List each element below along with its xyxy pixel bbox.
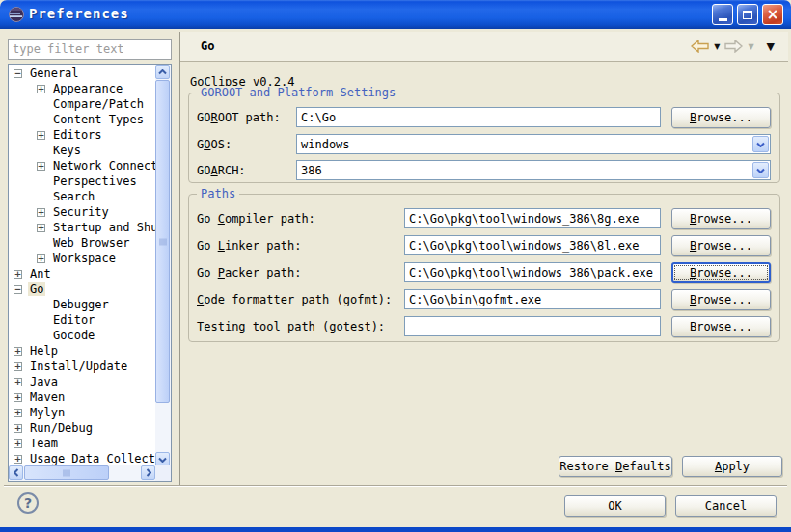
formatter-path-label: Code formatter path (gofmt): (197, 293, 392, 306)
tree-item-run-debug[interactable]: +Run/Debug (9, 420, 155, 436)
tree-item-workspace[interactable]: +Workspace (9, 251, 155, 266)
packer-browse-button[interactable]: Browse... (671, 262, 771, 283)
preferences-dialog: Preferences × −General +Appearance Compa… (0, 0, 791, 532)
title-bar[interactable]: Preferences × (0, 0, 791, 29)
tree-item-label: Help (28, 344, 60, 358)
dropdown-arrow-icon[interactable] (752, 162, 769, 178)
expand-icon[interactable]: + (14, 362, 22, 371)
tree-item-appearance[interactable]: +Appearance (9, 81, 155, 96)
linker-browse-button[interactable]: Browse... (671, 235, 771, 256)
apply-button[interactable]: Apply (682, 456, 782, 477)
tree-item-install-update[interactable]: +Install/Update (9, 359, 155, 374)
ok-button[interactable]: OK (564, 495, 666, 517)
goroot-browse-button[interactable]: Browse... (671, 107, 771, 128)
vertical-scroll-thumb[interactable] (155, 80, 170, 403)
tree-item-network-connections[interactable]: +Network Connect (9, 158, 155, 173)
help-icon[interactable]: ? (17, 492, 39, 514)
group-title: Paths (197, 187, 239, 200)
tree-item-label: Gocode (51, 329, 96, 342)
goos-select[interactable]: windows (296, 134, 771, 154)
scroll-left-icon[interactable] (9, 466, 23, 480)
forward-history-dropdown-icon[interactable]: ▼ (748, 42, 753, 51)
close-button[interactable]: × (762, 4, 783, 25)
dropdown-arrow-icon[interactable] (752, 136, 769, 152)
goarch-select[interactable]: 386 (296, 160, 771, 180)
expand-icon[interactable]: + (14, 270, 22, 279)
tree-item-label: Editor (51, 313, 96, 327)
tree-item-gocode[interactable]: Gocode (9, 328, 155, 343)
maximize-button[interactable] (737, 4, 758, 25)
compiler-path-input[interactable] (404, 208, 661, 228)
tree-item-label: Maven (28, 390, 67, 404)
expand-icon[interactable]: + (37, 131, 45, 140)
cancel-button[interactable]: Cancel (675, 495, 777, 517)
packer-path-input[interactable] (404, 262, 661, 282)
window-title: Preferences (29, 6, 129, 21)
tree-item-label: Java (28, 375, 60, 388)
tree-item-perspectives[interactable]: Perspectives (9, 173, 155, 189)
tree-item-help[interactable]: +Help (9, 343, 155, 359)
tree-item-startup-and-shutdown[interactable]: +Startup and Shu (9, 220, 155, 235)
expand-icon[interactable]: + (37, 254, 45, 263)
expand-icon[interactable]: + (14, 347, 22, 356)
testing-tool-path-input[interactable] (404, 316, 661, 336)
tree-item-label: Compare/Patch (51, 97, 146, 111)
footer-separator (4, 485, 787, 487)
tree-item-mylyn[interactable]: +Mylyn (9, 405, 155, 420)
horizontal-scroll-thumb[interactable] (24, 466, 109, 480)
linker-path-input[interactable] (404, 235, 661, 255)
tree-item-java[interactable]: +Java (9, 374, 155, 389)
tree-item-security[interactable]: +Security (9, 204, 155, 220)
tree-item-label-selected: Go (28, 282, 45, 296)
tree-item-web-browser[interactable]: Web Browser (9, 235, 155, 251)
minimize-button[interactable] (712, 4, 733, 25)
tree-item-go[interactable]: −Go (9, 281, 155, 297)
tree-item-debugger[interactable]: Debugger (9, 297, 155, 312)
restore-defaults-button[interactable]: Restore Defaults (559, 456, 672, 477)
expand-icon[interactable]: + (14, 409, 22, 417)
tree-item-general[interactable]: −General (9, 66, 155, 81)
expand-icon[interactable]: + (14, 378, 22, 386)
formatter-browse-button[interactable]: Browse... (671, 289, 771, 310)
goroot-path-input[interactable] (296, 107, 661, 127)
expand-icon[interactable]: + (14, 439, 22, 448)
tree-item-ant[interactable]: +Ant (9, 266, 155, 281)
goos-selected-value: windows (297, 138, 752, 151)
packer-path-label: Go Packer path: (197, 266, 301, 279)
minimize-icon (719, 18, 727, 21)
tree-item-label: General (28, 66, 81, 80)
expand-icon[interactable]: + (37, 224, 45, 232)
expand-icon[interactable]: + (14, 455, 22, 464)
tree-item-team[interactable]: +Team (9, 436, 155, 451)
collapse-icon[interactable]: − (14, 69, 22, 78)
scroll-right-icon[interactable] (141, 466, 155, 480)
tree-item-keys[interactable]: Keys (9, 143, 155, 158)
filter-input[interactable] (8, 39, 172, 60)
expand-icon[interactable]: + (14, 424, 22, 433)
scroll-down-icon[interactable] (155, 452, 170, 466)
tree-item-label: Ant (28, 267, 53, 280)
back-arrow-icon[interactable] (691, 40, 709, 53)
compiler-browse-button[interactable]: Browse... (671, 208, 771, 229)
tree-item-maven[interactable]: +Maven (9, 389, 155, 405)
testing-browse-button[interactable]: Browse... (671, 316, 771, 337)
tree-item-content-types[interactable]: Content Types (9, 112, 155, 127)
formatter-path-input[interactable] (404, 289, 661, 309)
tree-item-compare-patch[interactable]: Compare/Patch (9, 96, 155, 112)
expand-icon[interactable]: + (37, 162, 45, 171)
back-history-dropdown-icon[interactable]: ▼ (714, 42, 720, 51)
expand-icon[interactable]: + (14, 393, 22, 402)
page-header: Go ▼ ▼ ▼ (180, 32, 788, 62)
tree-item-usage-data-collector[interactable]: +Usage Data Collect (9, 451, 155, 466)
expand-icon[interactable]: + (37, 208, 45, 217)
tree-item-editor[interactable]: Editor (9, 312, 155, 328)
tree-item-search[interactable]: Search (9, 189, 155, 204)
tree-vertical-scrollbar[interactable] (155, 65, 171, 466)
tree-horizontal-scrollbar[interactable] (9, 466, 155, 481)
expand-icon[interactable]: + (37, 85, 45, 93)
scroll-up-icon[interactable] (155, 65, 170, 79)
forward-arrow-icon[interactable] (724, 40, 743, 53)
view-menu-icon[interactable]: ▼ (767, 40, 775, 53)
tree-item-editors[interactable]: +Editors (9, 127, 155, 143)
collapse-icon[interactable]: − (14, 285, 22, 294)
